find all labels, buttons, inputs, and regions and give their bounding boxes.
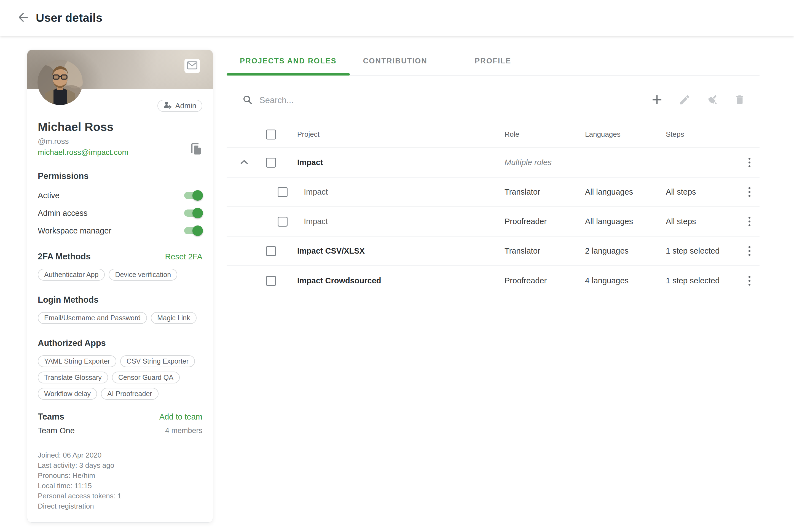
languages-value: All languages — [585, 187, 666, 196]
permissions-list: Active Admin access Workspace manager — [38, 187, 202, 240]
tab-profile[interactable]: PROFILE — [461, 47, 524, 75]
copy-email-button[interactable] — [189, 142, 202, 155]
meta-last-activity: Last activity: 3 days ago — [38, 460, 202, 471]
role-value: Proofreader — [505, 276, 585, 285]
toggle-knob — [192, 190, 203, 201]
role-value: Translator — [505, 246, 585, 255]
row-checkbox[interactable] — [266, 246, 276, 256]
page-title: User details — [36, 11, 102, 24]
permission-label: Admin access — [38, 209, 88, 218]
meta-registration: Direct registration — [38, 501, 202, 511]
team-members-count: 4 members — [165, 426, 202, 435]
twofa-title: 2FA Methods — [38, 252, 91, 262]
meta-local-time: Local time: 11:15 — [38, 481, 202, 491]
row-menu-button[interactable] — [739, 274, 759, 288]
search-input[interactable] — [260, 95, 452, 105]
user-email[interactable]: michael.ross@impact.com — [38, 148, 202, 157]
toolbar-actions — [651, 94, 746, 107]
user-details-page: User details — [0, 0, 794, 532]
edit-button[interactable] — [678, 94, 691, 107]
team-row: Team One 4 members — [38, 426, 202, 435]
admin-badge: Admin — [157, 100, 202, 112]
projects-table: Project Role Languages Steps — [227, 121, 759, 296]
steps-value: All steps — [666, 187, 739, 196]
chevron-up-icon — [240, 159, 249, 166]
languages-value: All languages — [585, 217, 666, 226]
team-name: Team One — [38, 426, 75, 435]
toggle-knob — [192, 226, 203, 236]
workspace-manager-toggle[interactable] — [184, 227, 202, 234]
tab-contribution[interactable]: CONTRIBUTION — [350, 47, 440, 75]
languages-value: 2 languages — [585, 246, 666, 255]
app-header: User details — [0, 0, 794, 36]
meta-joined: Joined: 06 Apr 2020 — [38, 450, 202, 460]
steps-value: 1 step selected — [666, 276, 739, 285]
main-panel: PROJECTS AND ROLES CONTRIBUTION PROFILE — [227, 47, 759, 296]
authorized-app-chips: YAML String Exporter CSV String Exporter… — [38, 355, 202, 400]
tabs: PROJECTS AND ROLES CONTRIBUTION PROFILE — [227, 47, 759, 76]
cleanup-button[interactable] — [706, 94, 718, 107]
send-email-button[interactable] — [185, 59, 200, 73]
row-menu-button[interactable] — [739, 214, 759, 229]
column-project: Project — [297, 130, 505, 139]
twofa-method-chip: Device verification — [109, 269, 177, 281]
row-checkbox[interactable] — [266, 158, 276, 168]
role-value: Translator — [505, 187, 585, 196]
search-box — [242, 95, 651, 106]
project-name: Impact CSV/XLSX — [297, 246, 505, 255]
table-row-group: Impact Multiple roles — [227, 148, 759, 177]
permission-label: Active — [38, 191, 60, 200]
plus-icon — [651, 94, 663, 107]
twofa-header: 2FA Methods Reset 2FA — [38, 252, 202, 262]
permission-row: Admin access — [38, 204, 202, 222]
permission-label: Workspace manager — [38, 226, 111, 235]
project-name: Impact — [297, 158, 505, 167]
role-value: Multiple roles — [505, 158, 585, 167]
pencil-icon — [679, 94, 691, 107]
permissions-title: Permissions — [38, 171, 202, 181]
user-card: Admin Michael Ross @m.ross michael.ross@… — [27, 50, 213, 522]
teams-header: Teams Add to team — [38, 412, 202, 422]
broom-icon — [706, 93, 718, 107]
teams-title: Teams — [38, 412, 64, 422]
project-name: Impact Crowdsourced — [297, 276, 505, 285]
authorized-app-chip: Workflow delay — [38, 388, 97, 400]
steps-value: All steps — [666, 217, 739, 226]
row-checkbox[interactable] — [266, 276, 276, 286]
select-all-checkbox[interactable] — [266, 130, 276, 139]
row-checkbox[interactable] — [278, 187, 287, 197]
user-card-wrap: Admin Michael Ross @m.ross michael.ross@… — [27, 50, 213, 522]
user-meta: Joined: 06 Apr 2020 Last activity: 3 day… — [38, 450, 202, 511]
row-menu-button[interactable] — [739, 185, 759, 199]
row-checkbox[interactable] — [278, 217, 287, 227]
add-to-team-link[interactable]: Add to team — [159, 412, 202, 421]
row-menu-button[interactable] — [739, 155, 759, 170]
search-icon — [242, 95, 253, 106]
tab-projects-and-roles[interactable]: PROJECTS AND ROLES — [227, 47, 350, 75]
login-method-chip: Magic Link — [151, 312, 196, 324]
user-name: Michael Ross — [38, 120, 202, 134]
back-button[interactable] — [16, 10, 31, 26]
twofa-method-chip: Authenticator App — [38, 269, 105, 281]
table-row: Impact CSV/XLSX Translator 2 languages 1… — [227, 236, 759, 266]
reset-2fa-link[interactable]: Reset 2FA — [165, 252, 202, 261]
toolbar — [227, 76, 759, 121]
role-value: Proofreader — [505, 217, 585, 226]
row-menu-button[interactable] — [739, 244, 759, 258]
twofa-chips: Authenticator App Device verification — [38, 269, 202, 281]
add-button[interactable] — [651, 94, 663, 107]
admin-access-toggle[interactable] — [184, 209, 202, 217]
table-row-child: Impact Proofreader All languages All ste… — [227, 207, 759, 236]
authorized-app-chip: AI Proofreader — [101, 388, 158, 400]
delete-button[interactable] — [733, 94, 746, 107]
authorized-app-chip: CSV String Exporter — [120, 355, 195, 367]
toggle-knob — [192, 208, 203, 218]
collapse-row-button[interactable] — [239, 158, 250, 167]
active-toggle[interactable] — [184, 192, 202, 199]
table-row: Impact Crowdsourced Proofreader 4 langua… — [227, 266, 759, 296]
meta-pronouns: Pronouns: He/him — [38, 471, 202, 481]
login-method-chip: Email/Username and Password — [38, 312, 147, 324]
login-method-chips: Email/Username and Password Magic Link — [38, 312, 202, 324]
meta-tokens: Personal access tokens: 1 — [38, 491, 202, 501]
avatar — [37, 60, 83, 105]
